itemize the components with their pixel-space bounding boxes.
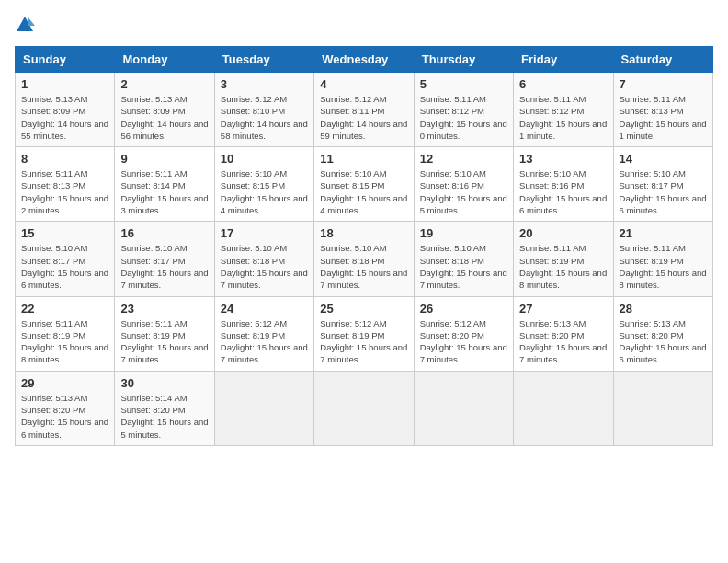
day-info: Sunrise: 5:10 AM Sunset: 8:18 PM Dayligh… [320, 242, 407, 291]
day-info: Sunrise: 5:10 AM Sunset: 8:17 PM Dayligh… [120, 242, 208, 291]
calendar-header-thursday: Thursday [414, 47, 513, 73]
calendar-header-row: SundayMondayTuesdayWednesdayThursdayFrid… [16, 47, 713, 73]
day-number: 9 [120, 152, 208, 166]
day-info: Sunrise: 5:13 AM Sunset: 8:20 PM Dayligh… [21, 392, 108, 441]
day-number: 3 [221, 77, 308, 91]
calendar-cell: 6 Sunrise: 5:11 AM Sunset: 8:12 PM Dayli… [514, 73, 613, 147]
day-info: Sunrise: 5:12 AM Sunset: 8:10 PM Dayligh… [221, 93, 308, 142]
day-number: 12 [420, 152, 507, 166]
calendar-cell: 26 Sunrise: 5:12 AM Sunset: 8:20 PM Dayl… [414, 296, 513, 371]
day-number: 8 [21, 152, 108, 166]
day-info: Sunrise: 5:10 AM Sunset: 8:16 PM Dayligh… [420, 167, 507, 216]
day-number: 1 [21, 77, 108, 91]
day-info: Sunrise: 5:10 AM Sunset: 8:15 PM Dayligh… [320, 167, 407, 216]
calendar-cell: 23 Sunrise: 5:11 AM Sunset: 8:19 PM Dayl… [115, 296, 214, 371]
calendar-cell [214, 371, 313, 445]
calendar-week-row: 29 Sunrise: 5:13 AM Sunset: 8:20 PM Dayl… [16, 371, 713, 445]
day-info: Sunrise: 5:10 AM Sunset: 8:17 PM Dayligh… [21, 242, 108, 291]
day-number: 11 [320, 152, 407, 166]
day-number: 7 [620, 77, 707, 91]
day-info: Sunrise: 5:11 AM Sunset: 8:12 PM Dayligh… [420, 93, 507, 142]
calendar-cell: 1 Sunrise: 5:13 AM Sunset: 8:09 PM Dayli… [16, 73, 115, 147]
calendar-cell: 9 Sunrise: 5:11 AM Sunset: 8:14 PM Dayli… [115, 147, 214, 222]
calendar-cell: 14 Sunrise: 5:10 AM Sunset: 8:17 PM Dayl… [613, 147, 712, 222]
calendar-cell: 2 Sunrise: 5:13 AM Sunset: 8:09 PM Dayli… [115, 73, 214, 147]
day-info: Sunrise: 5:11 AM Sunset: 8:12 PM Dayligh… [519, 93, 607, 142]
day-info: Sunrise: 5:12 AM Sunset: 8:19 PM Dayligh… [221, 317, 308, 366]
day-info: Sunrise: 5:11 AM Sunset: 8:13 PM Dayligh… [21, 167, 108, 216]
calendar-header-friday: Friday [514, 47, 613, 73]
day-number: 28 [620, 302, 707, 316]
logo-icon [15, 15, 35, 35]
calendar-cell: 11 Sunrise: 5:10 AM Sunset: 8:15 PM Dayl… [314, 147, 414, 222]
logo [15, 15, 35, 35]
calendar-cell: 5 Sunrise: 5:11 AM Sunset: 8:12 PM Dayli… [414, 73, 513, 147]
calendar-cell: 28 Sunrise: 5:13 AM Sunset: 8:20 PM Dayl… [613, 296, 712, 371]
day-number: 22 [21, 302, 108, 316]
calendar-cell: 27 Sunrise: 5:13 AM Sunset: 8:20 PM Dayl… [514, 296, 613, 371]
day-info: Sunrise: 5:12 AM Sunset: 8:20 PM Dayligh… [420, 317, 507, 366]
calendar-header-saturday: Saturday [613, 47, 712, 73]
calendar-cell: 10 Sunrise: 5:10 AM Sunset: 8:15 PM Dayl… [214, 147, 313, 222]
day-info: Sunrise: 5:13 AM Sunset: 8:20 PM Dayligh… [620, 317, 707, 366]
day-number: 6 [519, 77, 607, 91]
calendar-week-row: 8 Sunrise: 5:11 AM Sunset: 8:13 PM Dayli… [16, 147, 713, 222]
calendar-cell: 21 Sunrise: 5:11 AM Sunset: 8:19 PM Dayl… [613, 222, 712, 296]
calendar-cell: 22 Sunrise: 5:11 AM Sunset: 8:19 PM Dayl… [16, 296, 115, 371]
day-info: Sunrise: 5:11 AM Sunset: 8:13 PM Dayligh… [620, 93, 707, 142]
day-info: Sunrise: 5:11 AM Sunset: 8:19 PM Dayligh… [620, 242, 707, 291]
day-number: 19 [420, 226, 507, 240]
day-info: Sunrise: 5:13 AM Sunset: 8:09 PM Dayligh… [21, 93, 108, 142]
day-number: 21 [620, 226, 707, 240]
calendar-cell: 19 Sunrise: 5:10 AM Sunset: 8:18 PM Dayl… [414, 222, 513, 296]
day-info: Sunrise: 5:11 AM Sunset: 8:14 PM Dayligh… [120, 167, 208, 216]
calendar-cell [514, 371, 613, 445]
calendar-cell: 8 Sunrise: 5:11 AM Sunset: 8:13 PM Dayli… [16, 147, 115, 222]
day-number: 2 [120, 77, 208, 91]
day-number: 23 [120, 302, 208, 316]
calendar-table: SundayMondayTuesdayWednesdayThursdayFrid… [15, 46, 713, 446]
calendar-cell: 15 Sunrise: 5:10 AM Sunset: 8:17 PM Dayl… [16, 222, 115, 296]
day-number: 26 [420, 302, 507, 316]
day-number: 16 [120, 226, 208, 240]
calendar-header-tuesday: Tuesday [214, 47, 313, 73]
day-info: Sunrise: 5:14 AM Sunset: 8:20 PM Dayligh… [120, 392, 208, 441]
day-info: Sunrise: 5:10 AM Sunset: 8:18 PM Dayligh… [221, 242, 308, 291]
calendar-cell: 13 Sunrise: 5:10 AM Sunset: 8:16 PM Dayl… [514, 147, 613, 222]
day-number: 27 [519, 302, 607, 316]
calendar-cell [314, 371, 414, 445]
day-number: 4 [320, 77, 407, 91]
day-info: Sunrise: 5:11 AM Sunset: 8:19 PM Dayligh… [21, 317, 108, 366]
calendar-cell: 29 Sunrise: 5:13 AM Sunset: 8:20 PM Dayl… [16, 371, 115, 445]
day-info: Sunrise: 5:12 AM Sunset: 8:11 PM Dayligh… [320, 93, 407, 142]
calendar-cell: 3 Sunrise: 5:12 AM Sunset: 8:10 PM Dayli… [214, 73, 313, 147]
day-number: 18 [320, 226, 407, 240]
calendar-cell: 25 Sunrise: 5:12 AM Sunset: 8:19 PM Dayl… [314, 296, 414, 371]
calendar-cell: 7 Sunrise: 5:11 AM Sunset: 8:13 PM Dayli… [613, 73, 712, 147]
day-info: Sunrise: 5:11 AM Sunset: 8:19 PM Dayligh… [519, 242, 607, 291]
day-info: Sunrise: 5:10 AM Sunset: 8:18 PM Dayligh… [420, 242, 507, 291]
calendar-week-row: 1 Sunrise: 5:13 AM Sunset: 8:09 PM Dayli… [16, 73, 713, 147]
page-header [15, 15, 713, 35]
day-number: 10 [221, 152, 308, 166]
day-number: 30 [120, 376, 208, 390]
calendar-header-sunday: Sunday [16, 47, 115, 73]
calendar-cell: 30 Sunrise: 5:14 AM Sunset: 8:20 PM Dayl… [115, 371, 214, 445]
calendar-cell: 12 Sunrise: 5:10 AM Sunset: 8:16 PM Dayl… [414, 147, 513, 222]
day-info: Sunrise: 5:10 AM Sunset: 8:15 PM Dayligh… [221, 167, 308, 216]
day-info: Sunrise: 5:10 AM Sunset: 8:17 PM Dayligh… [620, 167, 707, 216]
calendar-week-row: 22 Sunrise: 5:11 AM Sunset: 8:19 PM Dayl… [16, 296, 713, 371]
day-info: Sunrise: 5:10 AM Sunset: 8:16 PM Dayligh… [519, 167, 607, 216]
day-number: 13 [519, 152, 607, 166]
day-info: Sunrise: 5:12 AM Sunset: 8:19 PM Dayligh… [320, 317, 407, 366]
day-info: Sunrise: 5:13 AM Sunset: 8:20 PM Dayligh… [519, 317, 607, 366]
calendar-cell [414, 371, 513, 445]
calendar-cell: 24 Sunrise: 5:12 AM Sunset: 8:19 PM Dayl… [214, 296, 313, 371]
day-number: 17 [221, 226, 308, 240]
day-number: 15 [21, 226, 108, 240]
calendar-cell [613, 371, 712, 445]
day-info: Sunrise: 5:13 AM Sunset: 8:09 PM Dayligh… [120, 93, 208, 142]
calendar-cell: 20 Sunrise: 5:11 AM Sunset: 8:19 PM Dayl… [514, 222, 613, 296]
day-info: Sunrise: 5:11 AM Sunset: 8:19 PM Dayligh… [120, 317, 208, 366]
calendar-header-wednesday: Wednesday [314, 47, 414, 73]
